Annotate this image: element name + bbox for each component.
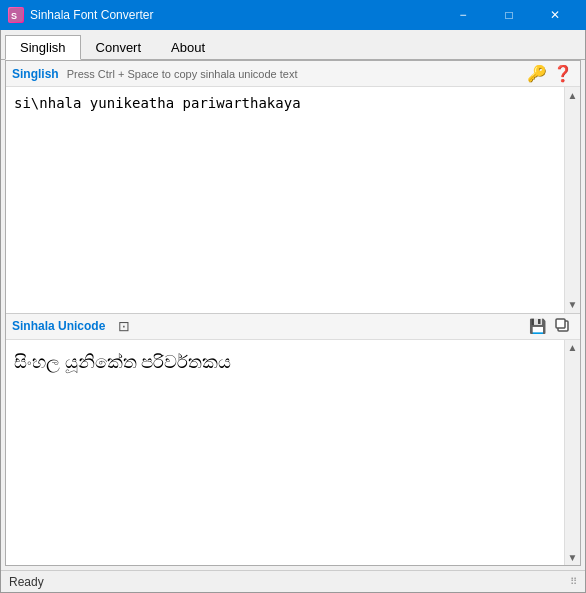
title-bar: S Sinhala Font Converter − □ ✕ (0, 0, 586, 30)
minimize-button[interactable]: − (440, 0, 486, 30)
tab-about[interactable]: About (156, 35, 220, 60)
copy-to-clipboard-icon[interactable] (552, 315, 574, 337)
app-title: Sinhala Font Converter (30, 8, 440, 22)
singlish-panel-body: si\nhala yunikeatha pariwarthakaya ▲ ▼ (6, 87, 580, 313)
resize-grip: ⠿ (570, 576, 577, 587)
unicode-label: Sinhala Unicode (12, 319, 105, 333)
unicode-panel-header: Sinhala Unicode ⊡ 💾 (6, 314, 580, 340)
maximize-button[interactable]: □ (486, 0, 532, 30)
unicode-header-icons: 💾 (526, 315, 574, 337)
unicode-scroll-down[interactable]: ▼ (565, 549, 581, 565)
tab-convert[interactable]: Convert (81, 35, 157, 60)
singlish-hint: Press Ctrl + Space to copy sinhala unico… (67, 68, 526, 80)
singlish-panel-header: Singlish Press Ctrl + Space to copy sinh… (6, 61, 580, 87)
status-text: Ready (9, 575, 570, 589)
tab-singlish[interactable]: Singlish (5, 35, 81, 60)
content-area: Singlish Press Ctrl + Space to copy sinh… (5, 60, 581, 566)
save-icon[interactable]: 💾 (526, 315, 548, 337)
window-controls: − □ ✕ (440, 0, 578, 30)
status-bar: Ready ⠿ (1, 570, 585, 592)
singlish-label: Singlish (12, 67, 59, 81)
singlish-panel: Singlish Press Ctrl + Space to copy sinh… (6, 61, 580, 313)
singlish-scroll-up[interactable]: ▲ (565, 87, 581, 103)
svg-rect-3 (556, 319, 565, 328)
close-button[interactable]: ✕ (532, 0, 578, 30)
singlish-text-area[interactable]: si\nhala yunikeatha pariwarthakaya (6, 87, 564, 313)
help-icon[interactable]: ❓ (552, 63, 574, 85)
copy-icon[interactable]: ⊡ (113, 315, 135, 337)
singlish-scrollbar[interactable]: ▲ ▼ (564, 87, 580, 313)
singlish-header-icons: 🔑 ❓ (526, 63, 574, 85)
svg-text:S: S (11, 11, 17, 21)
panels-container: Singlish Press Ctrl + Space to copy sinh… (6, 61, 580, 565)
key-icon[interactable]: 🔑 (526, 63, 548, 85)
unicode-panel-body: සිංහල යූනිකේත පරිවර්තකය ▲ ▼ (6, 340, 580, 566)
unicode-scrollbar[interactable]: ▲ ▼ (564, 340, 580, 566)
singlish-scroll-down[interactable]: ▼ (565, 297, 581, 313)
tab-bar: Singlish Convert About (1, 30, 585, 60)
app-icon: S (8, 7, 24, 23)
main-window: Singlish Convert About Singlish Press Ct… (0, 30, 586, 593)
unicode-text-area[interactable]: සිංහල යූනිකේත පරිවර්තකය (6, 340, 564, 566)
unicode-scroll-up[interactable]: ▲ (565, 340, 581, 356)
unicode-panel: Sinhala Unicode ⊡ 💾 (6, 313, 580, 566)
